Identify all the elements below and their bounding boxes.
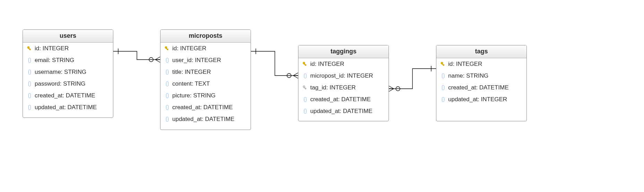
column-row: created_at: DATETIME xyxy=(160,102,251,113)
column-label: updated_at: DATETIME xyxy=(172,116,234,123)
column-icon xyxy=(303,109,307,114)
column-row: id: INTEGER xyxy=(23,43,113,54)
column-icon xyxy=(27,70,32,75)
column-label: updated_at: DATETIME xyxy=(310,108,372,115)
entity-microposts[interactable]: micropostsid: INTEGERuser_id: INTEGERtit… xyxy=(160,29,251,130)
column-label: created_at: DATETIME xyxy=(310,96,371,103)
column-icon xyxy=(165,70,169,75)
column-label: id: INTEGER xyxy=(310,61,344,68)
erd-canvas: usersid: INTEGERemail: STRINGusername: S… xyxy=(0,0,644,192)
column-row: created_at: DATETIME xyxy=(298,94,389,105)
column-label: micropost_id: INTEGER xyxy=(310,72,373,79)
column-icon xyxy=(27,58,32,63)
entity-users[interactable]: usersid: INTEGERemail: STRINGusername: S… xyxy=(23,29,113,118)
primary-key-icon xyxy=(165,46,169,51)
column-row: updated_at: DATETIME xyxy=(23,102,113,113)
column-icon xyxy=(165,117,169,122)
column-icon xyxy=(27,105,32,110)
column-icon xyxy=(165,81,169,86)
column-row: picture: STRING xyxy=(160,90,251,102)
column-icon xyxy=(165,105,169,110)
column-label: email: STRING xyxy=(35,57,74,64)
column-icon xyxy=(441,73,445,78)
entity-title: users xyxy=(23,30,113,43)
column-row: user_id: INTEGER xyxy=(160,54,251,66)
entity-taggings[interactable]: taggingsid: INTEGERmicropost_id: INTEGER… xyxy=(298,45,389,121)
column-label: created_at: DATETIME xyxy=(172,104,233,111)
column-row: updated_at: DATETIME xyxy=(160,113,251,125)
column-row: created_at: DATETIME xyxy=(436,82,526,94)
column-row: title: INTEGER xyxy=(160,66,251,78)
column-icon xyxy=(27,81,32,86)
column-label: created_at: DATETIME xyxy=(35,92,95,99)
primary-key-icon xyxy=(27,46,32,51)
column-row: password: STRING xyxy=(23,78,113,90)
svg-point-0 xyxy=(149,58,153,62)
column-label: id: INTEGER xyxy=(35,45,69,52)
column-row: tag_id: INTEGER xyxy=(298,82,389,94)
column-row: email: STRING xyxy=(23,54,113,66)
primary-key-icon xyxy=(303,62,307,67)
column-icon xyxy=(303,73,307,78)
column-icon xyxy=(165,93,169,98)
column-label: password: STRING xyxy=(35,80,85,87)
entity-tags[interactable]: tagsid: INTEGERname: STRINGcreated_at: D… xyxy=(436,45,527,121)
column-row: id: INTEGER xyxy=(160,43,251,54)
entity-title: microposts xyxy=(160,30,251,43)
svg-point-1 xyxy=(287,73,291,78)
column-label: tag_id: INTEGER xyxy=(310,84,356,91)
column-row: updated_at: INTEGER xyxy=(436,94,526,105)
svg-point-2 xyxy=(396,87,400,91)
column-row: id: INTEGER xyxy=(298,58,389,70)
column-label: updated_at: DATETIME xyxy=(35,104,97,111)
column-label: username: STRING xyxy=(35,69,86,76)
column-row: username: STRING xyxy=(23,66,113,78)
column-row: id: INTEGER xyxy=(436,58,526,70)
column-label: name: STRING xyxy=(448,72,488,79)
column-row: name: STRING xyxy=(436,70,526,82)
column-icon xyxy=(303,97,307,102)
column-row: content: TEXT xyxy=(160,78,251,90)
column-row: micropost_id: INTEGER xyxy=(298,70,389,82)
column-row: created_at: DATETIME xyxy=(23,90,113,102)
column-icon xyxy=(441,85,445,90)
column-label: updated_at: INTEGER xyxy=(448,96,507,103)
column-icon xyxy=(165,58,169,63)
primary-key-icon xyxy=(441,62,445,67)
column-icon xyxy=(441,97,445,102)
column-row: updated_at: DATETIME xyxy=(298,105,389,117)
foreign-key-icon xyxy=(303,85,307,90)
column-label: id: INTEGER xyxy=(448,61,482,68)
column-label: title: INTEGER xyxy=(172,69,211,76)
column-label: created_at: DATETIME xyxy=(448,84,508,91)
column-label: user_id: INTEGER xyxy=(172,57,221,64)
entity-title: taggings xyxy=(298,45,389,58)
column-label: id: INTEGER xyxy=(172,45,206,52)
column-label: picture: STRING xyxy=(172,92,216,99)
entity-title: tags xyxy=(436,45,526,58)
column-icon xyxy=(27,93,32,98)
column-label: content: TEXT xyxy=(172,80,210,87)
